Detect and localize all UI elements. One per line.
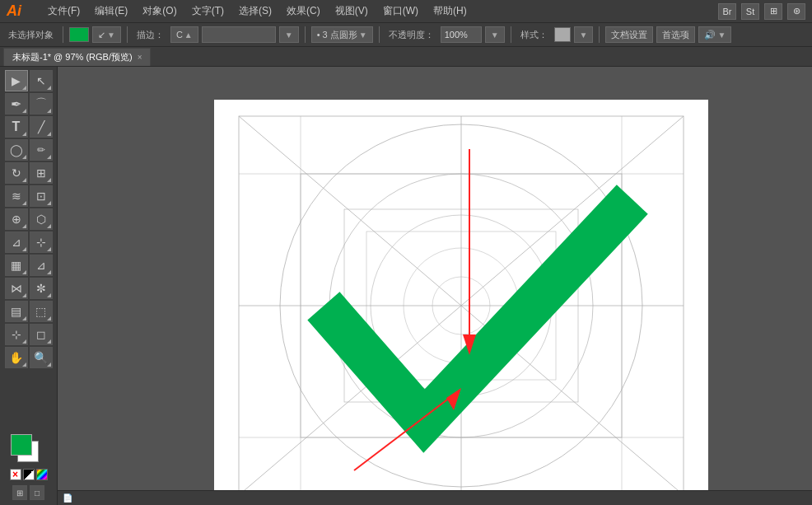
artboard-tool[interactable]: ⬚	[30, 301, 53, 322]
menu-help[interactable]: 帮助(H)	[427, 2, 474, 20]
black-white-swatch[interactable]	[23, 469, 35, 480]
menu-file[interactable]: 文件(F)	[41, 2, 86, 20]
tab-bar: 未标题-1* @ 97% (RGB/预览) ×	[0, 47, 812, 67]
grid-icon[interactable]: ⊞	[764, 3, 782, 20]
menu-edit[interactable]: 编辑(E)	[88, 2, 134, 20]
warp-tool[interactable]: ≋	[5, 185, 28, 207]
zoom-tool[interactable]: 🔍	[30, 347, 53, 368]
main-layout: ▶ ↖ ✒ ⌒ T ╱ ◯ ✏ ↻ ⊞ ≋ ⊡ ⊕ ⬡ ⊿ ⊹	[0, 67, 812, 505]
tool-row-9: ▦ ⊿	[2, 255, 55, 276]
speaker-btn[interactable]: 🔊 ▼	[698, 26, 731, 43]
tab-close-btn[interactable]: ×	[138, 53, 142, 62]
tool-row-4: ◯ ✏	[2, 139, 55, 161]
opacity-input[interactable]	[441, 26, 482, 43]
live-paint-tool[interactable]: ⬡	[30, 208, 53, 230]
toolbar-color-swatch[interactable]	[69, 27, 89, 42]
canvas-svg	[214, 100, 708, 505]
preferences-btn[interactable]: 首选项	[656, 26, 695, 43]
points-label: • 3 点圆形	[317, 29, 357, 41]
tool-row-12: ⊹ ◻	[2, 324, 55, 345]
opacity-label: 不透明度：	[385, 29, 437, 41]
direct-select-tool[interactable]: ↖	[30, 70, 53, 91]
ellipse-tool[interactable]: ◯	[5, 139, 28, 161]
stock-icon[interactable]: St	[741, 3, 759, 20]
tool-row-10: ⋈ ✼	[2, 278, 55, 299]
points-btn[interactable]: • 3 点圆形 ▼	[311, 26, 373, 43]
toolbar-sep-5	[511, 26, 511, 43]
no-selection-label: 未选择对象	[5, 29, 57, 41]
menu-bar: 文件(F) 编辑(E) 对象(O) 文字(T) 选择(S) 效果(C) 视图(V…	[41, 2, 708, 20]
color-swatches: ×	[2, 431, 55, 482]
tool-row-3: T ╱	[2, 116, 55, 138]
shape-builder-tool[interactable]: ⊕	[5, 208, 28, 230]
tool-row-2: ✒ ⌒	[2, 93, 55, 115]
pencil-tool[interactable]: ✏	[30, 139, 53, 161]
color-mode-swatch[interactable]	[36, 469, 48, 480]
perspective-grid-tool[interactable]: ⊿	[5, 231, 28, 253]
slice-tool[interactable]: ⊹	[5, 324, 28, 345]
blend-tool[interactable]: ⋈	[5, 278, 28, 299]
symbol-sprayer-tool[interactable]: ✼	[30, 278, 53, 299]
stroke-dropdown-arrow: ▼	[107, 30, 115, 40]
speaker-icon: 🔊	[704, 30, 716, 40]
line-tool[interactable]: ╱	[30, 116, 53, 138]
bridge-icon[interactable]: Br	[718, 3, 736, 20]
hand-tool[interactable]: ✋	[5, 347, 28, 368]
stroke-dropdown-btn[interactable]: ▼	[279, 26, 299, 43]
toolbar-sep-3	[305, 26, 306, 43]
tool-row-11: ▤ ⬚	[2, 301, 55, 322]
type-tool[interactable]: T	[5, 116, 28, 138]
preferences-label: 首选项	[662, 29, 689, 41]
document-tab[interactable]: 未标题-1* @ 97% (RGB/预览) ×	[3, 48, 151, 66]
tool-row-1: ▶ ↖	[2, 70, 55, 91]
none-swatch[interactable]: ×	[10, 469, 21, 480]
canvas-area[interactable]: 📄	[58, 67, 812, 505]
doc-settings-btn[interactable]: 文档设置	[605, 26, 653, 43]
stroke-value-btn[interactable]: C ▲	[170, 26, 198, 43]
free-transform-tool[interactable]: ⊡	[30, 185, 53, 207]
stroke-label: 描边：	[133, 29, 167, 41]
tool-row-6: ≋ ⊡	[2, 185, 55, 207]
reflect-tool[interactable]: ⊞	[30, 162, 53, 184]
status-text: 📄	[63, 493, 72, 503]
style-label: 样式：	[517, 29, 551, 41]
toolbar-sep-2	[127, 26, 128, 43]
stroke-unit: C	[176, 30, 183, 40]
tool-row-8: ⊿ ⊹	[2, 231, 55, 253]
artboard	[214, 100, 708, 505]
style-swatch[interactable]	[554, 27, 571, 42]
pen-tool[interactable]: ✒	[5, 93, 28, 115]
tab-label: 未标题-1* @ 97% (RGB/预览)	[12, 51, 133, 63]
select-tool[interactable]: ▶	[5, 70, 28, 91]
stroke-arrow-icon: ↙	[98, 30, 105, 40]
change-screen-mode-btn[interactable]: □	[30, 485, 44, 500]
toolbar-sep-1	[63, 26, 63, 43]
tool-row-5: ↻ ⊞	[2, 162, 55, 184]
rotate-tool[interactable]: ↻	[5, 162, 28, 184]
curvature-tool[interactable]: ⌒	[30, 93, 53, 115]
toggle-fill-stroke-btn[interactable]: ⊞	[12, 485, 27, 500]
mesh-tool[interactable]: ⊹	[30, 231, 53, 253]
extra-tools: ⊞ □	[2, 484, 55, 502]
gradient-tool[interactable]: ▦	[5, 255, 28, 276]
menu-type[interactable]: 文字(T)	[185, 2, 231, 20]
toolbar: 未选择对象 ↙ ▼ 描边： C ▲ ▼ • 3 点圆形 ▼ 不透明度： ▼ 样式…	[0, 22, 812, 47]
bottom-bar: 📄	[58, 490, 812, 505]
menu-window[interactable]: 窗口(W)	[376, 2, 425, 20]
stroke-mode-btn[interactable]: ↙ ▼	[92, 26, 121, 43]
eyedropper-tool[interactable]: ⊿	[30, 255, 53, 276]
broadcast-icon[interactable]: ⊛	[787, 3, 805, 20]
column-graph-tool[interactable]: ▤	[5, 301, 28, 322]
opacity-dropdown-btn[interactable]: ▼	[485, 26, 505, 43]
toolbar-sep-6	[599, 26, 600, 43]
toolbox: ▶ ↖ ✒ ⌒ T ╱ ◯ ✏ ↻ ⊞ ≋ ⊡ ⊕ ⬡ ⊿ ⊹	[0, 67, 58, 505]
menu-effect[interactable]: 效果(C)	[280, 2, 327, 20]
style-dropdown-btn[interactable]: ▼	[574, 26, 594, 43]
menu-view[interactable]: 视图(V)	[329, 2, 375, 20]
foreground-color-swatch[interactable]	[11, 434, 32, 456]
menu-object[interactable]: 对象(O)	[136, 2, 183, 20]
stroke-input[interactable]	[202, 26, 276, 43]
title-bar-right: Br St ⊞ ⊛	[718, 3, 805, 20]
eraser-tool[interactable]: ◻	[30, 324, 53, 345]
menu-select[interactable]: 选择(S)	[232, 2, 278, 20]
